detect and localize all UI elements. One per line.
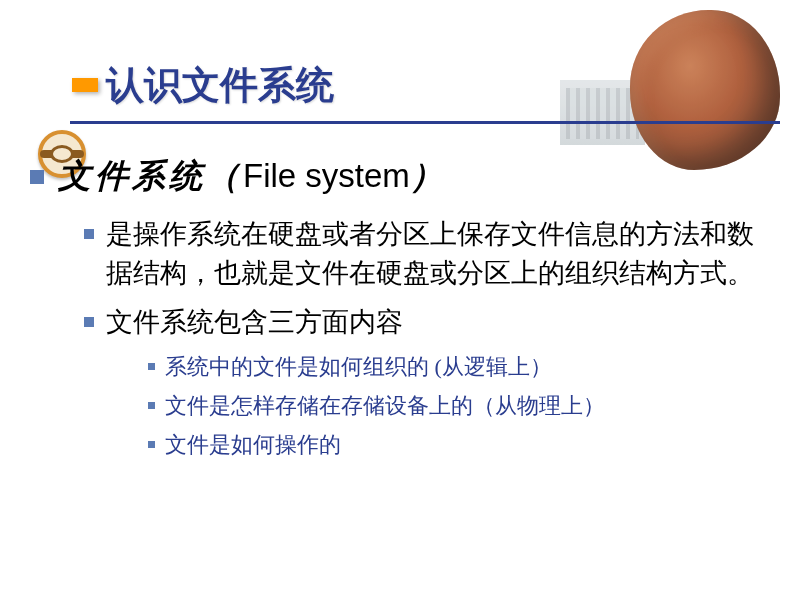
slide-header: 认识文件系统: [0, 0, 800, 124]
heading-item: 文件系统（File system）: [30, 154, 760, 199]
bullet-icon: [84, 317, 94, 327]
accent-bar: [72, 78, 98, 92]
bullet-icon: [84, 229, 94, 239]
list-text: 文件系统包含三方面内容: [106, 303, 403, 342]
sublist-text: 文件是怎样存储在存储设备上的（从物理上）: [165, 391, 605, 422]
slide-title: 认识文件系统: [106, 60, 800, 111]
bullet-icon: [148, 402, 155, 409]
sublist-item: 文件是如何操作的: [148, 430, 760, 461]
bullet-icon: [30, 170, 44, 184]
sublist-item: 文件是怎样存储在存储设备上的（从物理上）: [148, 391, 760, 422]
bullet-icon: [148, 441, 155, 448]
heading-cn: 文件系统（: [58, 158, 243, 194]
heading-text: 文件系统（File system）: [58, 154, 447, 199]
heading-close: ）: [410, 158, 447, 194]
list-item: 文件系统包含三方面内容: [84, 303, 760, 342]
list-text: 是操作系统在硬盘或者分区上保存文件信息的方法和数据结构，也就是文件在硬盘或分区上…: [106, 215, 760, 293]
sublist-text: 文件是如何操作的: [165, 430, 341, 461]
slide-body: 文件系统（File system） 是操作系统在硬盘或者分区上保存文件信息的方法…: [0, 124, 800, 461]
heading-en: File system: [243, 157, 410, 194]
list-item: 是操作系统在硬盘或者分区上保存文件信息的方法和数据结构，也就是文件在硬盘或分区上…: [84, 215, 760, 293]
sublist-text: 系统中的文件是如何组织的 (从逻辑上）: [165, 352, 552, 383]
sublist-item: 系统中的文件是如何组织的 (从逻辑上）: [148, 352, 760, 383]
bullet-icon: [148, 363, 155, 370]
